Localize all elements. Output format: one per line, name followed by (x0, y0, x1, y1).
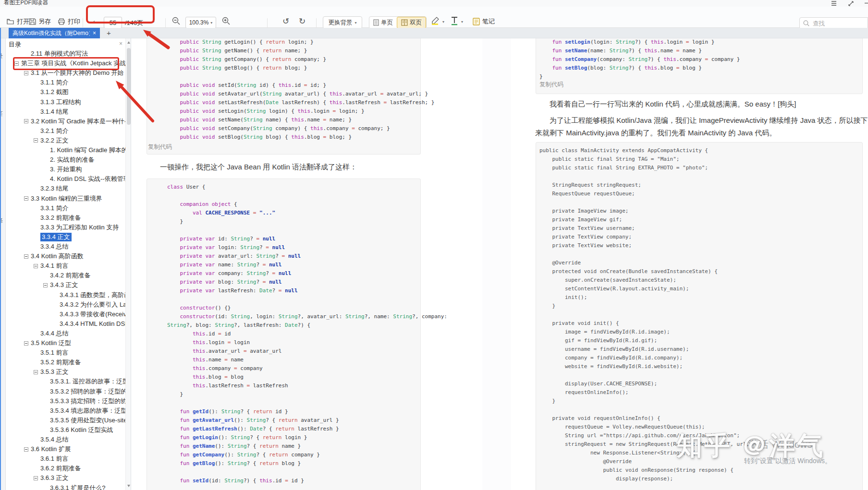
zoom-in-button[interactable] (222, 17, 230, 25)
toc-item[interactable]: 3.4.3.4 HTML Kotlin DSL (6, 319, 125, 329)
notes-button[interactable]: 笔记 (473, 17, 495, 26)
toc-item[interactable]: 3.1.2 截图 (6, 87, 125, 97)
collapse-icon[interactable] (34, 370, 38, 374)
toc-item[interactable]: 3.3.3 为工程添加 Kotlin 支持 (6, 223, 125, 232)
toc-item[interactable]: 3.4.3.3 带接收者(Receiver (6, 310, 125, 319)
toc-item[interactable]: 3.5.4 总结 (6, 435, 125, 444)
text-tool-button[interactable] (451, 16, 458, 25)
toc-item-label: 3.2 Kotlin 写 Gradle 脚本是一种什么 (31, 117, 125, 126)
highlighter-dropdown-caret[interactable]: ▾ (442, 20, 444, 24)
minimize-icon[interactable] (865, 2, 868, 4)
menu-icon[interactable] (831, 1, 837, 6)
collapse-icon[interactable] (24, 447, 28, 452)
toc-item[interactable]: 3.1.1 简介 (6, 78, 125, 87)
zoom-level-dropdown[interactable]: 100.3% ▾ (185, 17, 216, 28)
toc-item[interactable]: 3.4 Kotlin 高阶函数 (6, 251, 125, 261)
scroll-up-icon[interactable] (127, 41, 130, 44)
toc-item[interactable]: 3.4.3.1 函数类型，高阶函 (6, 290, 125, 300)
single-page-button[interactable]: 单页 (369, 17, 397, 28)
toc-item[interactable]: 3.2 Kotlin 写 Gradle 脚本是一种什么 (6, 117, 125, 126)
undo-button[interactable]: ↺ (282, 16, 289, 26)
toc-item-label: 3.3 Kotlin 编程的三重境界 (31, 194, 102, 203)
double-page-button[interactable]: 双页 (397, 17, 426, 28)
toc-item[interactable]: 3. 开始重构 (6, 165, 125, 174)
toc-item-label: 3.5.1 前言 (40, 348, 69, 357)
collapse-icon[interactable] (34, 138, 38, 143)
toc-item[interactable]: 3.5.3.4 填志愿的故事：泛型的 (6, 406, 125, 416)
note-icon (473, 18, 480, 25)
toc-item[interactable]: 3.5.3.3 搞定招聘：泛型的协变 (6, 396, 125, 406)
toc-item[interactable]: 3.6.3.1 扩展是什么? (6, 483, 125, 490)
toc-item[interactable]: 3.5.3 正文 (6, 367, 125, 377)
toc-item-label: 3.4.1 前言 (40, 262, 69, 270)
toc-item[interactable]: 3.6.1 前言 (6, 454, 125, 464)
toc-item[interactable]: 3.5.2 前期准备 (6, 358, 125, 367)
restore-window-icon[interactable] (848, 1, 854, 6)
toc-item[interactable]: 3.4.1 前言 (6, 261, 125, 271)
collapse-icon[interactable] (24, 341, 28, 346)
toc-item[interactable]: 1. Kotlin 编写 Gradle 脚本的 (6, 145, 125, 155)
toc-item[interactable]: 3.3.4 正文 (6, 232, 125, 242)
toc-item[interactable]: 3.3.2 前期准备 (6, 213, 125, 223)
toc-item[interactable]: 3.4.2 前期准备 (6, 271, 125, 280)
annotation-red-box-page-nav (86, 5, 155, 24)
save-as-button[interactable]: 另存 (29, 17, 51, 26)
toc-scrollbar[interactable] (125, 38, 131, 490)
toc-item-label: 3.5.3.4 填志愿的故事：泛型的 (50, 406, 125, 415)
pdf-page-left: public String getLogin() { return login;… (131, 38, 482, 490)
toc-item[interactable]: 3.6 Kotlin 扩展 (6, 444, 125, 454)
toc-item-label: 3.5.3.2 招聘的故事：泛型的不 (50, 387, 125, 396)
scroll-down-icon[interactable] (127, 485, 130, 487)
text-dropdown-caret[interactable]: ▾ (461, 20, 463, 24)
scroll-thumb[interactable] (127, 48, 131, 125)
toc-item[interactable]: 3.5.3.2 招聘的故事：泛型的不 (6, 387, 125, 396)
collapse-icon[interactable] (34, 264, 38, 268)
toc-item-label: 3.4.3.3 带接收者(Receiver (60, 310, 125, 319)
toc-item[interactable]: 3.5.3.5 使用处型变(Use-site V (6, 416, 125, 425)
toc-item[interactable]: 3.2.3 结尾 (6, 184, 125, 193)
toc-item[interactable]: 3.2.1 简介 (6, 126, 125, 136)
toc-item[interactable]: 3.5 Kotlin 泛型 (6, 338, 125, 348)
tab-close-icon[interactable]: × (93, 30, 96, 36)
toc-item-label: 2. 实战前的准备 (50, 155, 94, 164)
toc-item-label: 3.4.3.2 为什么要引入 Lamb (60, 300, 125, 309)
toc-item[interactable]: 3.5.3.1. 遥控器的故事：泛型 (6, 377, 125, 386)
toc-item[interactable]: 3.4.3.2 为什么要引入 Lamb (6, 300, 125, 310)
toc-item[interactable]: 3.5.1 前言 (6, 348, 125, 358)
toc-item[interactable]: 3.1.3 工程结构 (6, 97, 125, 107)
toc-item[interactable]: 2. 实战前的准备 (6, 155, 125, 165)
toc-item[interactable]: 3.5.3.6 Kotlin 泛型实战 (6, 425, 125, 435)
search-input[interactable] (812, 20, 860, 27)
toc-item-label: 3.5.3.5 使用处型变(Use-site V (50, 416, 125, 425)
highlighter-tool-button[interactable] (430, 16, 440, 25)
toc-item[interactable]: 3.6.2 前期准备 (6, 464, 125, 473)
toc-item[interactable]: 3.6.3 正文 (6, 473, 125, 483)
copy-code-label[interactable]: 复制代码 (148, 143, 172, 151)
toc-item[interactable]: 3.4.4 总结 (6, 329, 125, 338)
copy-code-label[interactable]: 复制代码 (539, 81, 563, 89)
document-tab[interactable]: 高级Kotlin强化实战（附Demo） × (9, 28, 100, 38)
toc-item[interactable]: 3.3.4 总结 (6, 242, 125, 251)
collapse-icon[interactable] (24, 119, 28, 123)
toc-item[interactable]: 3.3.1 简介 (6, 203, 125, 213)
zoom-out-button[interactable] (172, 17, 180, 25)
toc-item[interactable]: 3.3 Kotlin 编程的三重境界 (6, 194, 125, 203)
collapse-icon[interactable] (43, 283, 48, 287)
collapse-icon[interactable] (24, 196, 28, 201)
toc-item[interactable]: 3.4.3 正文 (6, 280, 125, 290)
toc-item-label: 3.4.2 前期准备 (50, 271, 91, 280)
change-background-button[interactable]: 更换背景 ▾ (323, 16, 362, 29)
new-tab-button[interactable]: + (107, 29, 111, 37)
collapse-icon[interactable] (24, 71, 28, 75)
open-button[interactable]: 打开 (7, 17, 29, 26)
toc-item[interactable]: 3.1.4 结尾 (6, 107, 125, 117)
collapse-icon[interactable] (34, 476, 38, 480)
print-button[interactable]: 打印 (58, 17, 80, 26)
folder-icon (7, 18, 14, 25)
toc-sidebar: 目录 × 2.11 单例模式的写法第三章 项目实战《Kotlin Jetpack… (6, 38, 131, 490)
collapse-icon[interactable] (24, 254, 28, 259)
toc-item[interactable]: 4. Kotlin DSL 实战--依赖管理 (6, 174, 125, 184)
redo-button[interactable]: ↻ (299, 16, 306, 26)
toc-item-label: 3.6.3 正文 (40, 474, 69, 482)
toc-item[interactable]: 3.2.2 正文 (6, 136, 125, 145)
